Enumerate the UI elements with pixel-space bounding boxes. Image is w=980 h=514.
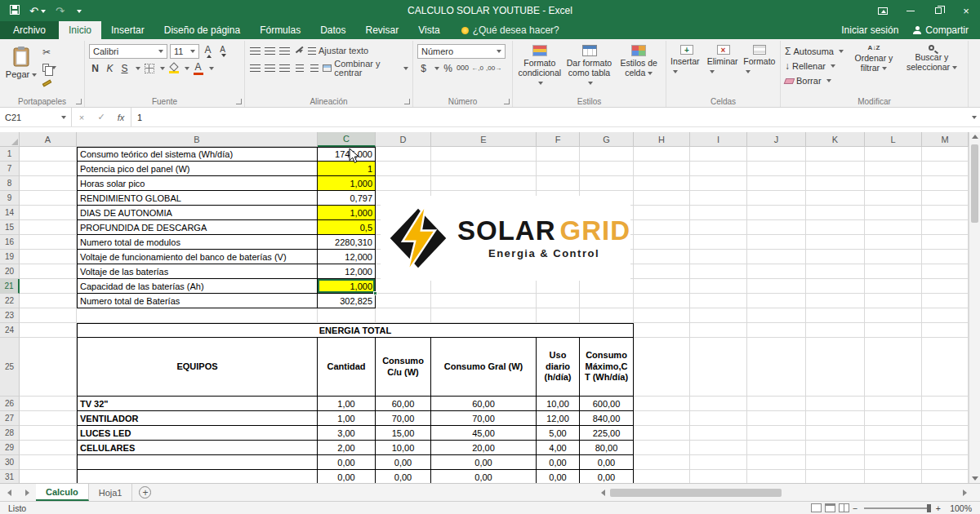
scroll-down-icon[interactable] <box>972 476 978 481</box>
cell-B30[interactable] <box>77 455 318 470</box>
cell-I24[interactable] <box>690 323 747 338</box>
cell-I22[interactable] <box>690 294 747 308</box>
cell-E8[interactable] <box>431 176 537 191</box>
cell-F26[interactable]: 10,00 <box>537 397 580 411</box>
cell-K27[interactable] <box>806 411 865 426</box>
cell-I29[interactable] <box>690 441 747 455</box>
cell-E30[interactable]: 0,00 <box>431 455 537 470</box>
orientation-button[interactable] <box>293 44 305 58</box>
cell-L24[interactable] <box>865 323 922 338</box>
cell-F7[interactable] <box>537 162 580 176</box>
tab-revisar[interactable]: Revisar <box>356 21 409 39</box>
enter-button[interactable]: ✓ <box>91 108 111 126</box>
cell-D31[interactable]: 0,00 <box>376 470 431 483</box>
cell-A27[interactable] <box>20 411 77 426</box>
cell-C22[interactable]: 302,825 <box>318 294 376 308</box>
cell-C15[interactable]: 0,5 <box>318 220 376 235</box>
row-header-30[interactable]: 30 <box>0 455 20 470</box>
hscroll-right-icon[interactable] <box>963 490 967 496</box>
cell-L9[interactable] <box>865 191 922 206</box>
cell-G28[interactable]: 225,00 <box>580 426 634 441</box>
merge-center-button[interactable]: Combinar y centrar <box>323 61 408 75</box>
energy-header-D25[interactable]: Consumo C/u (W) <box>376 338 431 397</box>
cell-A30[interactable] <box>20 455 77 470</box>
cell-I1[interactable] <box>690 147 747 162</box>
cell-I14[interactable] <box>690 206 747 220</box>
cell-styles-button[interactable]: Estilos de celda <box>616 42 662 87</box>
tab-vista[interactable]: Vista <box>408 21 449 39</box>
cell-H8[interactable] <box>634 176 690 191</box>
cell-M1[interactable] <box>922 147 969 162</box>
cell-H31[interactable] <box>634 470 690 483</box>
next-sheet-button[interactable] <box>18 484 36 501</box>
cell-B15[interactable]: PROFUNDIDA DE DESCARGA <box>77 220 318 235</box>
sort-filter-button[interactable]: A↓Z Ordenar y filtrar <box>848 42 900 87</box>
cell-H15[interactable] <box>634 220 690 235</box>
align-top-button[interactable] <box>249 44 261 58</box>
cell-A22[interactable] <box>20 294 77 308</box>
cell-H26[interactable] <box>634 397 690 411</box>
column-header-I[interactable]: I <box>690 132 747 147</box>
cell-C19[interactable]: 12,000 <box>318 250 376 264</box>
cell-D30[interactable]: 0,00 <box>376 455 431 470</box>
cell-L30[interactable] <box>865 455 922 470</box>
cell-E1[interactable] <box>431 147 537 162</box>
cell-I19[interactable] <box>690 250 747 264</box>
cell-C8[interactable]: 1,000 <box>318 176 376 191</box>
row-header-15[interactable]: 15 <box>0 220 20 235</box>
increase-indent-button[interactable] <box>308 61 320 75</box>
cell-E7[interactable] <box>431 162 537 176</box>
redo-button[interactable]: ↷ <box>56 3 65 18</box>
tab-inicio[interactable]: Inicio <box>59 21 101 39</box>
page-layout-view-button[interactable] <box>825 503 835 512</box>
cell-I30[interactable] <box>690 455 747 470</box>
cell-C26[interactable]: 1,00 <box>318 397 376 411</box>
cell-J28[interactable] <box>747 426 806 441</box>
cell-G21[interactable] <box>580 279 634 294</box>
vertical-scrollbar[interactable] <box>969 132 980 483</box>
cell-L1[interactable] <box>865 147 922 162</box>
row-header-9[interactable]: 9 <box>0 191 20 206</box>
cell-J19[interactable] <box>747 250 806 264</box>
cell-L16[interactable] <box>865 235 922 250</box>
cell-D23[interactable] <box>376 308 431 323</box>
sheet-tab-calculo[interactable]: Calculo <box>36 484 89 501</box>
cell-K23[interactable] <box>806 308 865 323</box>
cell-E22[interactable] <box>431 294 537 308</box>
cell-H27[interactable] <box>634 411 690 426</box>
font-name-combo[interactable]: Calibri <box>89 44 167 59</box>
cell-J21[interactable] <box>747 279 806 294</box>
cell-K19[interactable] <box>806 250 865 264</box>
row-header-7[interactable]: 7 <box>0 162 20 176</box>
cell-H24[interactable] <box>634 323 690 338</box>
cell-J16[interactable] <box>747 235 806 250</box>
cell-L25[interactable] <box>865 338 922 397</box>
hscroll-left-icon[interactable] <box>601 490 605 496</box>
row-header-23[interactable]: 23 <box>0 308 20 323</box>
page-break-view-button[interactable] <box>839 503 849 512</box>
tell-me-box[interactable]: ¿Qué desea hacer? <box>461 21 559 39</box>
column-header-C[interactable]: C <box>318 132 376 147</box>
cell-L27[interactable] <box>865 411 922 426</box>
cell-M24[interactable] <box>922 323 969 338</box>
close-button[interactable]: × <box>952 0 980 21</box>
cell-H16[interactable] <box>634 235 690 250</box>
cell-K25[interactable] <box>806 338 865 397</box>
cell-D1[interactable] <box>376 147 431 162</box>
cell-B29[interactable]: CELULARES <box>77 441 318 455</box>
tab-formulas[interactable]: Fórmulas <box>250 21 310 39</box>
cell-G26[interactable]: 600,00 <box>580 397 634 411</box>
cell-H25[interactable] <box>634 338 690 397</box>
cell-K26[interactable] <box>806 397 865 411</box>
cell-I16[interactable] <box>690 235 747 250</box>
row-header-26[interactable]: 26 <box>0 397 20 411</box>
cell-E26[interactable]: 60,00 <box>431 397 537 411</box>
cell-J14[interactable] <box>747 206 806 220</box>
number-format-combo[interactable]: Número <box>417 44 506 59</box>
cell-L20[interactable] <box>865 264 922 279</box>
cell-A23[interactable] <box>20 308 77 323</box>
cell-B16[interactable]: Numero total de modulos <box>77 235 318 250</box>
cell-H14[interactable] <box>634 206 690 220</box>
cell-B14[interactable]: DIAS DE AUTONOMIA <box>77 206 318 220</box>
cell-K14[interactable] <box>806 206 865 220</box>
